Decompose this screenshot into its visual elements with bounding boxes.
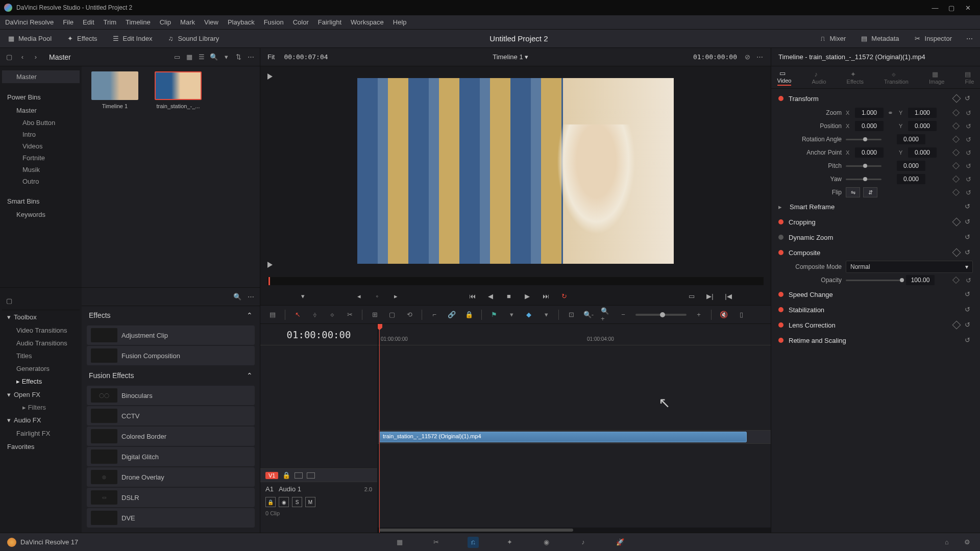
lens-correction-section[interactable]: Lens Correction↺ — [771, 317, 980, 333]
bin-item[interactable]: Outro — [2, 176, 80, 187]
reset-icon[interactable]: ↺ — [965, 336, 973, 344]
retime-section[interactable]: Retime and Scaling↺ — [771, 333, 980, 348]
track-toggle-icon[interactable] — [295, 472, 303, 479]
overwrite-icon[interactable]: ▢ — [387, 310, 397, 320]
master-bin[interactable]: Master — [2, 70, 80, 83]
reset-icon[interactable]: ↺ — [966, 162, 973, 170]
filters-item[interactable]: ▸ Filters — [2, 402, 80, 413]
pitch-field[interactable] — [897, 161, 925, 171]
stabilization-section[interactable]: Stabilization↺ — [771, 302, 980, 317]
loop-button[interactable]: ↻ — [558, 291, 570, 302]
more-button[interactable]: ⋯ — [959, 30, 980, 47]
opacity-slider[interactable] — [846, 280, 902, 281]
toolbox-item[interactable]: Audio Transitions — [2, 337, 80, 349]
menu-trim[interactable]: Trim — [104, 18, 117, 26]
rotation-field[interactable] — [897, 134, 925, 144]
openfx-header[interactable]: ▾Open FX — [2, 388, 80, 402]
viewer[interactable] — [260, 66, 771, 275]
audiofx-header[interactable]: ▾Audio FX — [2, 413, 80, 427]
snapping-icon[interactable]: ⌐ — [429, 310, 439, 320]
settings-icon[interactable]: ⚙ — [962, 537, 973, 548]
metadata-button[interactable]: ▤Metadata — [853, 30, 906, 47]
fx-item[interactable]: Digital Glitch — [87, 447, 255, 466]
reset-icon[interactable]: ↺ — [965, 94, 973, 103]
stop-button[interactable]: ■ — [503, 291, 514, 302]
keyframe-icon[interactable] — [952, 176, 960, 183]
audio-arm-icon[interactable]: ◉ — [279, 497, 289, 507]
play-button[interactable]: ▶ — [522, 291, 533, 302]
inspector-tab-effects[interactable]: ✦Effects — [847, 70, 864, 85]
reset-icon[interactable]: ↺ — [965, 203, 973, 211]
menu-mark[interactable]: Mark — [180, 18, 195, 26]
cut-page-icon[interactable]: ✂ — [431, 537, 442, 548]
reset-icon[interactable]: ↺ — [965, 248, 973, 257]
keyframe-icon[interactable] — [952, 218, 961, 227]
keyframe-icon[interactable] — [952, 277, 960, 284]
zoom-y-field[interactable] — [908, 108, 937, 118]
composite-mode-select[interactable]: Normal▾ — [846, 261, 973, 273]
audio-mute-button[interactable]: M — [305, 497, 315, 507]
fx-section-header[interactable]: Fusion Effects⌃ — [82, 366, 260, 385]
transform-section[interactable]: Transform↺ — [771, 91, 980, 106]
marker-dropdown-icon[interactable]: ▾ — [541, 310, 551, 320]
fairlight-page-icon[interactable]: ♪ — [578, 537, 589, 548]
toolbox-header[interactable]: ▾Toolbox — [2, 310, 80, 324]
match-frame-icon[interactable]: ◦ — [372, 291, 383, 302]
home-icon[interactable]: ⌂ — [941, 537, 952, 548]
jump-last-icon[interactable] — [267, 262, 273, 268]
inspector-tab-video[interactable]: ▭Video — [777, 69, 792, 86]
keyframe-icon[interactable] — [952, 136, 960, 143]
timeline-name[interactable]: Timeline 1 ▾ — [328, 53, 693, 61]
next-clip-icon[interactable]: ▶| — [704, 291, 716, 302]
zoom-out-icon[interactable]: 🔍- — [583, 310, 594, 320]
mute-icon[interactable]: 🔇 — [719, 310, 729, 320]
effects-tree-item[interactable]: ▸ Effects — [2, 375, 80, 388]
link-icon[interactable]: ⚭ — [888, 109, 895, 117]
track-lock-icon[interactable]: 🔒 — [282, 471, 290, 480]
zoom-in-icon[interactable]: 🔍+ — [601, 310, 611, 320]
menu-davinci[interactable]: DaVinci Resolve — [5, 18, 54, 26]
nav-fwd-icon[interactable]: › — [32, 53, 40, 61]
position-lock-icon[interactable]: ⊡ — [566, 310, 576, 320]
dynamic-trim-icon[interactable]: ⟐ — [327, 310, 337, 320]
timeline-timecode[interactable]: 01:00:00:00 — [260, 324, 377, 345]
reset-icon[interactable]: ↺ — [966, 189, 973, 196]
cropping-section[interactable]: Cropping↺ — [771, 214, 980, 230]
fx-item[interactable]: Adjustment Clip — [87, 325, 255, 345]
yaw-slider[interactable] — [846, 179, 881, 180]
dropdown-icon[interactable]: ▾ — [222, 53, 230, 61]
anchor-x-field[interactable] — [855, 147, 884, 158]
inspector-tab-file[interactable]: ▤File — [965, 70, 974, 85]
timeline-clip[interactable]: train_station_-_11572 (Original)(1).mp4 — [379, 432, 747, 442]
bypass-icon[interactable]: ⊘ — [743, 53, 751, 61]
media-page-icon[interactable]: ▦ — [394, 537, 405, 548]
bin-item[interactable]: Abo Button — [2, 117, 80, 129]
master-power-bin[interactable]: Master — [2, 104, 80, 117]
reset-icon[interactable]: ↺ — [965, 218, 973, 226]
fx-search-icon[interactable]: 🔍 — [233, 293, 241, 301]
minimize-button[interactable]: — — [927, 2, 943, 14]
menu-workspace[interactable]: Workspace — [351, 18, 384, 26]
maximize-button[interactable]: ▢ — [943, 2, 960, 14]
keyframe-icon[interactable] — [952, 162, 960, 169]
sort-icon[interactable]: ⇅ — [234, 53, 242, 61]
fx-section-header[interactable]: Effects⌃ — [82, 306, 260, 324]
fairlightfx-item[interactable]: Fairlight FX — [2, 427, 80, 440]
fx-panel-icon[interactable]: ▢ — [5, 297, 13, 305]
audio-lock-icon[interactable]: 🔒 — [265, 497, 276, 507]
inspector-button[interactable]: ✂Inspector — [906, 30, 959, 47]
menu-fusion[interactable]: Fusion — [264, 18, 284, 26]
inspector-tab-transition[interactable]: ⟐Transition — [884, 70, 909, 85]
link-icon[interactable]: 🔗 — [447, 310, 457, 320]
list-view-icon[interactable]: ☰ — [198, 53, 206, 61]
flag-icon[interactable]: ⚑ — [489, 310, 499, 320]
track-header-a1[interactable]: A1Audio 12.0 🔒 ◉ S M 0 Clip — [260, 482, 377, 533]
inspector-tab-audio[interactable]: ♪Audio — [812, 70, 826, 85]
audio-solo-button[interactable]: S — [292, 497, 302, 507]
composite-section[interactable]: Composite↺ — [771, 245, 980, 260]
toolbox-item[interactable]: Titles — [2, 349, 80, 362]
fx-item[interactable]: Colored Border — [87, 427, 255, 446]
smart-reframe-section[interactable]: ▸Smart Reframe↺ — [771, 199, 980, 214]
clip-thumb-selected[interactable]: train_station_-_... — [150, 71, 206, 109]
replace-icon[interactable]: ⟲ — [404, 310, 414, 320]
